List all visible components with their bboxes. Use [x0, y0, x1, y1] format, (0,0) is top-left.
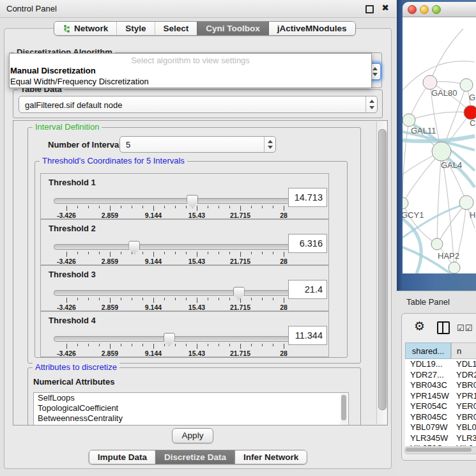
tick-mark [273, 298, 273, 300]
slider-track[interactable] [54, 290, 291, 296]
threshold-value-field[interactable]: 11.344 [288, 326, 327, 345]
network-window-titlebar[interactable] [403, 2, 476, 17]
table-row[interactable]: YBL079WYBL0 [405, 422, 476, 433]
tab-impute-data[interactable]: Impute Data [89, 450, 155, 464]
numerical-attributes-list[interactable]: SelfLoopsTopologicalCoefficientBetweenne… [33, 392, 349, 426]
threshold-value-field[interactable]: 6.316 [288, 234, 327, 253]
axis-tick-label: 9.144 [145, 303, 162, 311]
slider-track[interactable] [54, 244, 291, 250]
float-window-icon[interactable] [365, 5, 374, 13]
cell-shared-name[interactable]: YBL079W [405, 422, 451, 433]
cell-shared-name[interactable]: YBR043C [405, 380, 451, 391]
table-row[interactable]: YDR27...YDR2 [405, 370, 476, 381]
tick-mark [186, 298, 187, 300]
column-header-name[interactable]: n [451, 342, 476, 359]
threshold-value-field[interactable]: 14.713 [288, 188, 327, 207]
threshold-slider[interactable]: -3.4262.8599.14415.4321.71528 [54, 336, 291, 355]
tab-style[interactable]: Style [116, 22, 154, 35]
axis-tick-label: -3.426 [57, 257, 76, 265]
settings-scrollbar-thumb[interactable] [378, 129, 387, 410]
tab-infer-network[interactable]: Infer Network [234, 450, 307, 464]
axis-tick-label: 15.43 [188, 211, 205, 219]
table-row[interactable]: YBR043CYBR0 [405, 380, 476, 391]
table-row[interactable]: YIL052CYIL0 [405, 443, 476, 446]
threshold-slider[interactable]: -3.4262.8599.14415.4321.71528 [54, 290, 291, 309]
threshold-slider[interactable]: -3.4262.8599.14415.4321.71528 [54, 244, 291, 263]
close-icon[interactable]: ✖ [381, 3, 389, 13]
tick-mark [77, 344, 78, 346]
tick-mark [251, 344, 252, 346]
tab-cyni-toolbox[interactable]: Cyni Toolbox [197, 22, 268, 35]
list-scrollbar[interactable] [341, 394, 348, 426]
cell-shared-name[interactable]: YDL19... [405, 359, 451, 370]
cell-shared-name[interactable]: YLR345W [405, 433, 451, 444]
tab-label: Cyni Toolbox [206, 24, 260, 33]
tab-select[interactable]: Select [155, 22, 197, 35]
attributes-group-title: Attributes to discretize [33, 362, 119, 372]
zoom-traffic-light-icon[interactable] [432, 5, 441, 14]
GAL11-node [403, 114, 415, 127]
cell-name[interactable]: YLR3 [451, 433, 476, 444]
minimize-traffic-light-icon[interactable] [420, 5, 429, 14]
cell-shared-name[interactable]: YER054C [405, 401, 451, 412]
node-label-h: H [470, 210, 475, 220]
tick-mark [197, 298, 197, 303]
algorithm-option-equal-width-frequency-discretization[interactable]: Equal Width/Frequency Discretization [10, 77, 149, 86]
attribute-item-betweennesscentrality[interactable]: BetweennessCentrality [34, 413, 348, 424]
axis-tick-label: 21.715 [230, 303, 250, 311]
settings-scrollbar[interactable] [376, 121, 387, 424]
attribute-item-selfloops[interactable]: SelfLoops [34, 393, 348, 403]
table-row[interactable]: YER054CYER0 [405, 401, 476, 412]
tick-mark [240, 252, 241, 257]
table-horizontal-scrollbar[interactable] [404, 447, 476, 454]
table-data-combo[interactable]: galFiltered.sif default node [19, 96, 378, 113]
node-label-gal4: GAL4 [441, 160, 462, 170]
axis-tick-label: 2.859 [102, 349, 118, 357]
slider-track[interactable] [54, 198, 291, 204]
cell-name[interactable]: YBR0 [451, 380, 476, 391]
algorithm-hint: Select algorithm to view settings [10, 56, 371, 65]
combo-stepper-icon[interactable] [264, 137, 275, 152]
threshold-slider[interactable]: -3.4262.8599.14415.4321.71528 [54, 198, 291, 217]
node-table[interactable]: shared... n YDL19...YDL1YDR27...YDR2YBR0… [405, 342, 476, 446]
split-columns-icon[interactable] [437, 321, 450, 334]
table-row[interactable]: YBR045CYBR0 [405, 412, 476, 423]
gear-icon[interactable]: ⚙ [414, 319, 425, 334]
table-row[interactable]: YDL19...YDL1 [405, 359, 476, 370]
node-label-g: G [469, 93, 475, 102]
interval-definition-group: Interval Definition Number of Intervals … [27, 127, 361, 364]
threshold-label: Threshold 1 [49, 178, 96, 187]
table-row[interactable]: YLR345WYLR3 [405, 433, 476, 444]
select-columns-icon[interactable]: ☑☑ [457, 323, 473, 333]
tab-network[interactable]: Network [54, 22, 116, 35]
table-row[interactable]: YPR145WYPR1 [405, 391, 476, 402]
num-intervals-combo[interactable]: 5 [119, 136, 276, 153]
attribute-item-topologicalcoefficient[interactable]: TopologicalCoefficient [34, 403, 348, 413]
cell-shared-name[interactable]: YDR27... [405, 370, 451, 381]
axis-tick-label: 15.43 [188, 349, 205, 357]
column-header-shared-name[interactable]: shared... [405, 342, 451, 359]
cell-name[interactable]: YBL0 [451, 422, 476, 433]
close-traffic-light-icon[interactable] [408, 5, 417, 14]
cell-shared-name[interactable]: YIL052C [405, 443, 451, 446]
cell-name[interactable]: YBR0 [451, 412, 476, 423]
list-scrollbar-thumb[interactable] [341, 395, 346, 420]
tab-discretize-data[interactable]: Discretize Data [155, 450, 234, 464]
threshold-value-field[interactable]: 21.4 [288, 280, 327, 299]
cell-shared-name[interactable]: YBR045C [405, 412, 451, 423]
tick-mark [262, 252, 263, 254]
cell-name[interactable]: YDR2 [451, 370, 476, 381]
tab-jactivemnodules[interactable]: jActiveMNodules [268, 22, 355, 35]
apply-button[interactable]: Apply [172, 428, 213, 443]
table-scrollbar-thumb[interactable] [406, 448, 472, 452]
cell-name[interactable]: YIL0 [451, 443, 476, 446]
tick-mark [251, 206, 252, 208]
cell-name[interactable]: YER0 [451, 401, 476, 412]
cell-name[interactable]: YDL1 [451, 359, 476, 370]
combo-stepper-icon[interactable] [365, 96, 377, 112]
cell-shared-name[interactable]: YPR145W [405, 391, 451, 402]
algorithm-option-manual-discretization[interactable]: Manual Discretization [10, 66, 96, 75]
cell-name[interactable]: YPR1 [451, 391, 476, 402]
network-edge [409, 112, 471, 120]
network-canvas[interactable]: GAL80GCGAL11GAL4GCY1HHAP2 [403, 17, 476, 273]
